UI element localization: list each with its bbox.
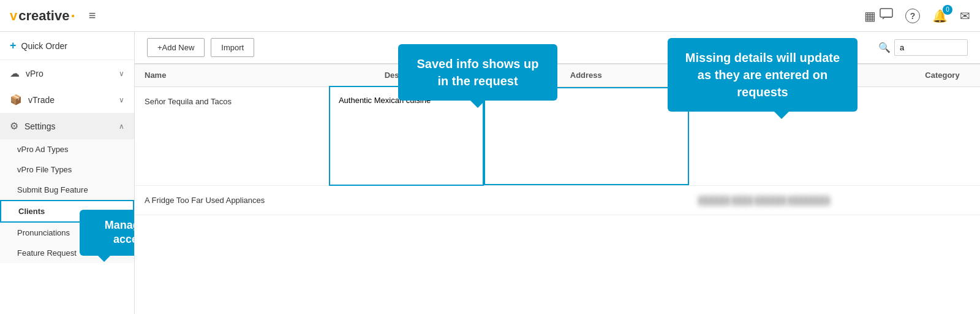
settings-icon: ⚙ [10, 120, 18, 132]
logo-v: v [10, 8, 17, 24]
chevron-down-icon: ∨ [119, 96, 124, 104]
search-icon: 🔍 [878, 42, 891, 53]
logo[interactable]: vcreative· [10, 8, 75, 24]
cell-address-1 [483, 86, 689, 185]
cell-category-1 [905, 86, 980, 185]
sidebar-item-clients[interactable]: Clients [0, 200, 134, 223]
sidebar-vpro-label: vPro [26, 69, 43, 78]
clients-table: Name Description Address Billing Contact… [135, 64, 980, 215]
col-billing: Billing Contact [689, 64, 905, 87]
email-icon[interactable]: ✉ [960, 9, 970, 23]
settings-submenu: vPro Ad Types vPro File Types Submit Bug… [0, 139, 134, 263]
billing-blurred-2: ██████ ████ ██████ ████████ [699, 196, 830, 205]
logo-dot: · [70, 8, 75, 24]
cell-address-2 [483, 185, 689, 215]
sidebar-item-vtrade[interactable]: 📦 vTrade ∨ [0, 86, 134, 113]
plus-icon: + [10, 39, 17, 52]
cell-billing-1: ██████████████████████████ [689, 86, 905, 185]
sidebar-settings-label: Settings [24, 121, 56, 131]
sidebar-item-feature-request[interactable]: Feature Request [0, 243, 134, 263]
help-icon[interactable]: ? [905, 9, 920, 23]
logo-creative: creative [18, 8, 69, 24]
col-name: Name [135, 64, 330, 87]
sidebar-vtrade-label: vTrade [28, 95, 55, 105]
cell-name-1: Señor Tequila and Tacos [135, 86, 330, 185]
content-header: +Add New Import 🔍 [135, 32, 980, 64]
cell-description-2 [330, 185, 483, 215]
sidebar: + Quick Order ☁ vPro ∨ 📦 vTrade ∨ ⚙ [0, 32, 135, 314]
sidebar-item-vpro-file-types[interactable]: vPro File Types [0, 159, 134, 180]
svg-rect-0 [880, 9, 892, 17]
sidebar-item-settings[interactable]: ⚙ Settings ∧ [0, 113, 134, 139]
table-area: Name Description Address Billing Contact… [135, 64, 980, 314]
content-area: Saved info shows up in the request Missi… [135, 32, 980, 314]
cell-category-2 [905, 185, 980, 215]
import-button[interactable]: Import [211, 38, 254, 57]
box-icon: 📦 [10, 94, 22, 105]
cell-description-1: Authentic Mexican cuisine [330, 86, 483, 185]
chevron-up-icon: ∧ [119, 122, 124, 131]
search-area: 🔍 [878, 39, 968, 56]
header-icons: ▦ ? 🔔 0 ✉ [864, 8, 970, 23]
chat-icon[interactable]: ▦ [864, 8, 893, 23]
sidebar-item-vpro[interactable]: ☁ vPro ∨ [0, 60, 134, 86]
bell-badge: 0 [943, 5, 952, 15]
col-address: Address [483, 64, 689, 87]
cell-name-2: A Fridge Too Far Used Appliances [135, 185, 330, 215]
sidebar-item-vpro-ad-types[interactable]: vPro Ad Types [0, 139, 134, 159]
content-actions: +Add New Import [147, 38, 254, 57]
sidebar-item-submit-bug[interactable]: Submit Bug Feature [0, 180, 134, 200]
table-row: Señor Tequila and Tacos Authentic Mexica… [135, 86, 980, 185]
quick-order-label: Quick Order [21, 41, 67, 51]
top-header: vcreative· ≡ ▦ ? 🔔 0 ✉ [0, 0, 980, 32]
hamburger-icon[interactable]: ≡ [89, 9, 96, 23]
col-category: Category [905, 64, 980, 87]
table-row: A Fridge Too Far Used Appliances ██████ … [135, 185, 980, 215]
sidebar-item-pronunciations[interactable]: Pronunciations [0, 223, 134, 243]
chevron-down-icon: ∨ [119, 69, 124, 78]
main-layout: + Quick Order ☁ vPro ∨ 📦 vTrade ∨ ⚙ [0, 32, 980, 314]
search-input[interactable] [894, 39, 968, 56]
table-header-row: Name Description Address Billing Contact… [135, 64, 980, 87]
add-new-button[interactable]: +Add New [147, 38, 205, 57]
billing-blurred-1: ██████████████████████████ [699, 98, 834, 106]
bell-icon[interactable]: 🔔 0 [932, 9, 948, 23]
col-description: Description [330, 64, 483, 87]
cell-billing-2: ██████ ████ ██████ ████████ [689, 185, 905, 215]
quick-order-item[interactable]: + Quick Order [0, 32, 134, 60]
cloud-icon: ☁ [10, 67, 20, 79]
